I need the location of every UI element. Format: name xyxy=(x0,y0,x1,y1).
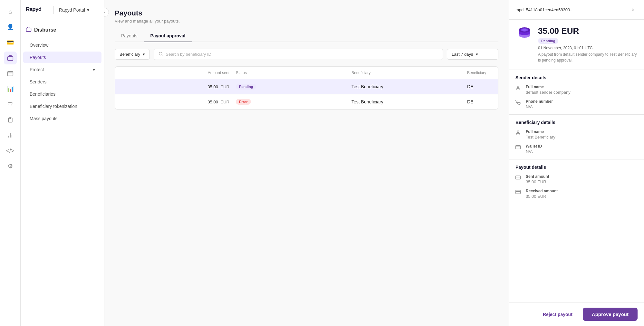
row2-amount: 35.00 EUR xyxy=(120,100,236,104)
search-field[interactable]: Search by beneficiary ID xyxy=(154,49,443,60)
wallet-icon xyxy=(515,145,522,151)
sidebar-item-overview[interactable]: Overview xyxy=(23,39,101,51)
svg-point-17 xyxy=(517,86,519,88)
row1-status: Pending xyxy=(236,84,351,90)
sidebar-item-senders[interactable]: Senders xyxy=(23,76,101,88)
col-country: Beneficiary xyxy=(467,71,493,75)
disburse-nav-icon[interactable] xyxy=(4,52,17,64)
panel-header: mpd_54118a01cea4ea58300... × xyxy=(509,0,644,20)
received-amount-value: 35.00 EUR xyxy=(526,194,558,199)
shield-icon[interactable]: 🛡 xyxy=(4,98,17,111)
status-badge: Pending xyxy=(236,84,256,90)
icon-navigation: ⌂ 👤 💳 📊 🛡 </> ⚙ xyxy=(0,0,21,326)
sidebar-section-header: Disburse xyxy=(21,24,104,39)
payouts-table: Amount sent Status Beneficiary Beneficia… xyxy=(115,66,498,110)
sidebar-item-payouts[interactable]: Payouts xyxy=(23,52,101,63)
payout-details-section: Payout details Sent amount 35.00 EUR xyxy=(509,159,644,204)
payout-details-title: Payout details xyxy=(515,165,638,170)
portal-selector[interactable]: Rapyd Portal ▾ xyxy=(59,7,89,13)
beneficiary-name-value: Test Beneficiary xyxy=(526,135,555,139)
sender-phone-value: N/A xyxy=(526,104,553,109)
wallet-id-label: Wallet ID xyxy=(526,144,542,149)
chevron-down-icon: ▾ xyxy=(93,67,95,72)
reject-payout-button[interactable]: Reject payout xyxy=(536,309,579,320)
svg-point-7 xyxy=(159,52,162,55)
sent-amount-field: Sent amount 35.00 EUR xyxy=(515,174,638,184)
chevron-down-icon: ▾ xyxy=(87,7,89,13)
settings-icon[interactable]: ⚙ xyxy=(4,160,17,173)
page-subtitle: View and manage all your payouts. xyxy=(115,19,498,24)
panel-content: 35.00 EUR Pending 01 November, 2023, 01:… xyxy=(509,20,644,302)
sidebar: Rapyd Rapyd Portal ▾ Disburse Overview xyxy=(21,0,104,326)
date-filter[interactable]: Last 7 days ▾ xyxy=(447,49,498,60)
receipt-icon[interactable] xyxy=(4,113,17,126)
card-icon[interactable]: 💳 xyxy=(4,36,17,49)
panel-hero: 35.00 EUR Pending 01 November, 2023, 01:… xyxy=(509,20,644,70)
sidebar-item-beneficiary-tokenization[interactable]: Beneficiary tokenization xyxy=(23,101,101,112)
main-content: › Payouts View and manage all your payou… xyxy=(104,0,509,326)
table-row[interactable]: 35.00 EUR Error Test Beneficiary DE xyxy=(115,94,498,109)
filters-row: Beneficiary ▾ Search by beneficiary ID L… xyxy=(115,49,498,60)
status-badge: Error xyxy=(236,99,251,105)
panel-footer: Reject payout Approve payout xyxy=(509,302,644,326)
row2-beneficiary: Test Beneficiary xyxy=(351,99,467,104)
home-icon[interactable]: ⌂ xyxy=(4,5,17,18)
logo-divider xyxy=(53,6,54,14)
beneficiary-full-name-field: Full name Test Beneficiary xyxy=(515,129,638,139)
svg-rect-19 xyxy=(516,146,521,149)
code-icon[interactable]: </> xyxy=(4,144,17,157)
svg-rect-21 xyxy=(516,176,521,179)
svg-rect-23 xyxy=(516,190,521,194)
logo: Rapyd xyxy=(26,5,48,14)
bar-chart-icon[interactable] xyxy=(4,129,17,142)
beneficiary-details-section: Beneficiary details Full name Test Benef… xyxy=(509,115,644,159)
svg-point-18 xyxy=(517,131,519,132)
row1-amount: 35.00 EUR xyxy=(120,84,236,89)
page-title: Payouts xyxy=(115,9,498,17)
table-row[interactable]: 35.00 EUR Pending Test Beneficiary DE xyxy=(115,79,498,94)
sender-name-value: default sender company xyxy=(526,90,571,95)
chevron-down-icon: ▾ xyxy=(476,52,478,57)
col-amount: Amount sent xyxy=(120,71,236,75)
sidebar-item-mass-payouts[interactable]: Mass payouts xyxy=(23,113,101,124)
sender-details-title: Sender details xyxy=(515,75,638,80)
sender-phone-field: Phone number N/A xyxy=(515,99,638,109)
sender-full-name-field: Full name default sender company xyxy=(515,85,638,95)
sidebar-item-protect[interactable]: Protect ▾ xyxy=(23,64,101,75)
money-icon xyxy=(515,175,522,181)
tab-payout-approval[interactable]: Payout approval xyxy=(144,30,192,42)
person-icon xyxy=(515,130,522,137)
table-header: Amount sent Status Beneficiary Beneficia… xyxy=(115,67,498,79)
tab-payouts[interactable]: Payouts xyxy=(115,30,144,42)
sender-name-label: Full name xyxy=(526,85,571,89)
chart-icon[interactable]: 📊 xyxy=(4,82,17,95)
wallet-icon[interactable] xyxy=(4,67,17,80)
person-icon xyxy=(515,85,522,92)
row2-country: DE xyxy=(467,99,493,104)
panel-hero-info: 35.00 EUR Pending 01 November, 2023, 01:… xyxy=(538,26,638,63)
svg-point-16 xyxy=(522,29,527,31)
svg-text:Rapyd: Rapyd xyxy=(26,6,42,12)
search-icon xyxy=(159,52,163,57)
approve-payout-button[interactable]: Approve payout xyxy=(583,308,638,321)
user-icon[interactable]: 👤 xyxy=(4,21,17,34)
sender-details-section: Sender details Full name default sender … xyxy=(509,70,644,115)
money-received-icon xyxy=(515,189,522,196)
portal-label: Rapyd Portal xyxy=(59,7,85,13)
collapse-sidebar-button[interactable]: › xyxy=(104,8,109,17)
panel-description: A payout from default sender company to … xyxy=(538,52,638,63)
close-panel-button[interactable]: × xyxy=(629,5,638,14)
beneficiary-wallet-field: Wallet ID N/A xyxy=(515,144,638,154)
svg-rect-0 xyxy=(7,57,13,61)
sidebar-item-beneficiaries[interactable]: Beneficiaries xyxy=(23,88,101,100)
beneficiary-filter[interactable]: Beneficiary ▾ xyxy=(115,49,150,60)
panel-date: 01 November, 2023, 01:01 UTC xyxy=(538,46,638,50)
row1-beneficiary: Test Beneficiary xyxy=(351,84,467,89)
sidebar-section-title: Disburse xyxy=(34,27,56,33)
received-amount-field: Received amount 35.00 EUR xyxy=(515,189,638,199)
payout-amount-icon xyxy=(515,26,533,44)
panel-amount: 35.00 EUR xyxy=(538,26,638,36)
svg-rect-6 xyxy=(26,28,31,32)
panel-status-badge: Pending xyxy=(538,38,558,44)
panel-id: mpd_54118a01cea4ea58300... xyxy=(515,7,573,12)
